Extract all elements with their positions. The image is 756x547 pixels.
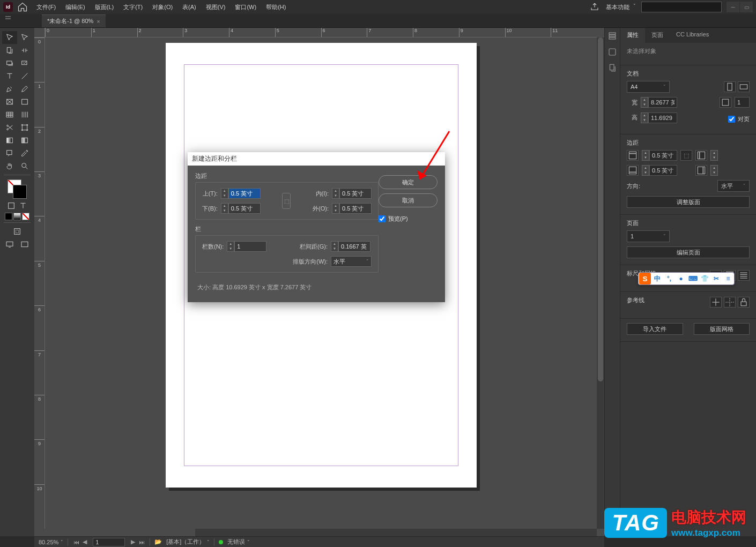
rp-margin-top-stepper[interactable]: ▲▼: [642, 150, 649, 161]
scrollbar-horizontal[interactable]: [195, 529, 597, 536]
tab-handle-icon[interactable]: [5, 16, 11, 26]
profile-dropdown[interactable]: [基本]（工作）: [166, 538, 210, 546]
apply-color-icon[interactable]: [5, 213, 12, 220]
import-file-button[interactable]: 导入文件: [627, 323, 683, 335]
page-number-select[interactable]: 1: [627, 230, 670, 242]
last-page-icon[interactable]: ⏭: [138, 538, 145, 546]
properties-tab[interactable]: 属性: [620, 28, 645, 43]
apply-gradient-icon[interactable]: [13, 213, 21, 220]
workspace-dropdown[interactable]: 基本功能: [604, 2, 637, 12]
ime-lang-toggle[interactable]: 中: [651, 273, 663, 284]
menu-help[interactable]: 帮助(H): [262, 1, 290, 13]
preview-checkbox[interactable]: 预览(P): [379, 215, 438, 223]
pages-tab[interactable]: 页面: [645, 28, 670, 43]
menu-table[interactable]: 表(A): [178, 1, 201, 13]
zoom-tool[interactable]: [17, 160, 32, 173]
smart-guides-icon[interactable]: [724, 297, 736, 308]
grid-tool[interactable]: [17, 108, 32, 121]
page-preset-select[interactable]: A4: [627, 81, 670, 93]
guides-toggle-icon[interactable]: [710, 297, 722, 308]
menu-edit[interactable]: 编辑(E): [61, 1, 90, 13]
menu-window[interactable]: 窗口(W): [231, 1, 261, 13]
page-number-input[interactable]: [93, 538, 125, 546]
rp-margin-bottom-stepper[interactable]: ▲▼: [642, 165, 649, 176]
line-tool[interactable]: [17, 70, 32, 83]
adjust-layout-button[interactable]: 调整版面: [627, 196, 750, 208]
gradient-swatch-tool[interactable]: [2, 134, 17, 147]
inside-margin-input[interactable]: [339, 188, 372, 199]
content-placer-tool[interactable]: [17, 57, 32, 70]
doc-width-input[interactable]: [648, 97, 677, 108]
direct-selection-tool[interactable]: [17, 31, 32, 44]
minimize-button[interactable]: ─: [727, 2, 739, 12]
sogou-logo-icon[interactable]: S: [639, 273, 651, 284]
facing-pages-checkbox[interactable]: 对页: [728, 115, 750, 123]
rectangle-tool[interactable]: [17, 95, 32, 108]
pen-tool[interactable]: [2, 83, 17, 95]
writing-direction-select[interactable]: 水平: [331, 256, 372, 267]
free-transform-tool[interactable]: [17, 121, 32, 134]
hand-tool[interactable]: [2, 160, 17, 173]
type-tool[interactable]: [2, 70, 17, 83]
note-tool[interactable]: [2, 147, 17, 160]
cancel-button[interactable]: 取消: [379, 193, 438, 207]
edit-pages-button[interactable]: 编辑页面: [627, 246, 750, 258]
menu-view[interactable]: 视图(V): [202, 1, 230, 13]
panel-stack-icon[interactable]: [607, 31, 617, 41]
direction-select[interactable]: 水平: [717, 180, 750, 192]
bottom-margin-stepper[interactable]: ▲▼: [221, 203, 228, 214]
menu-layout[interactable]: 版面(L): [91, 1, 118, 13]
lock-guides-icon[interactable]: [738, 297, 750, 308]
rp-margin-top-input[interactable]: [649, 150, 677, 161]
apply-none-icon[interactable]: [22, 213, 29, 220]
home-icon[interactable]: [17, 2, 28, 12]
outside-margin-input[interactable]: [339, 203, 372, 214]
share-icon[interactable]: [590, 2, 599, 12]
panel-cc-icon[interactable]: [607, 47, 617, 57]
bottom-margin-input[interactable]: [228, 203, 261, 214]
baseline-grid-icon[interactable]: [738, 270, 750, 281]
scrollbar-thumb[interactable]: [598, 38, 603, 381]
scrollbar-vertical[interactable]: [597, 38, 604, 529]
ime-keyboard-icon[interactable]: ⌨: [687, 273, 699, 284]
menu-file[interactable]: 文件(F): [32, 1, 60, 13]
doc-height-input[interactable]: [648, 113, 677, 123]
ok-button[interactable]: 确定: [379, 175, 438, 189]
doc-height-stepper[interactable]: ▲▼: [641, 113, 648, 123]
inside-margin-stepper[interactable]: ▲▼: [332, 188, 339, 199]
content-collector-tool[interactable]: [2, 57, 17, 70]
scissors-tool[interactable]: [2, 121, 17, 134]
menu-object[interactable]: 对象(O): [148, 1, 177, 13]
link-margins-icon[interactable]: ⬚: [282, 193, 291, 209]
stroke-color-icon[interactable]: [13, 185, 27, 199]
rectangle-frame-tool[interactable]: [2, 95, 17, 108]
ime-punct-icon[interactable]: °,: [663, 273, 675, 284]
screen-mode-alt-icon[interactable]: [17, 238, 32, 251]
page-tool[interactable]: [2, 44, 17, 57]
screen-mode-icon[interactable]: [2, 238, 17, 251]
document-tab[interactable]: *未命名-1 @ 80% ×: [42, 14, 106, 27]
maximize-button[interactable]: ▭: [740, 2, 753, 12]
layout-grid-button[interactable]: 版面网格: [694, 323, 750, 335]
open-folder-icon[interactable]: 📂: [154, 538, 162, 545]
ime-menu-icon[interactable]: ≡: [722, 273, 734, 284]
top-margin-input[interactable]: [228, 188, 261, 199]
formatting-container-icon[interactable]: [6, 201, 17, 211]
doc-width-stepper[interactable]: ▲▼: [641, 97, 648, 108]
orientation-landscape-icon[interactable]: [738, 81, 750, 92]
errors-dropdown[interactable]: 无错误: [227, 538, 250, 546]
zoom-dropdown[interactable]: 80.25%: [39, 539, 63, 545]
column-count-stepper[interactable]: ▲▼: [227, 241, 234, 252]
gap-tool[interactable]: [17, 44, 32, 57]
gutter-input[interactable]: [338, 241, 370, 252]
ime-voice-icon[interactable]: ●: [675, 273, 687, 284]
first-page-icon[interactable]: ⏮: [72, 538, 80, 546]
units-icon[interactable]: [720, 97, 731, 108]
top-margin-stepper[interactable]: ▲▼: [221, 188, 228, 199]
fill-stroke-swatch[interactable]: [8, 179, 27, 199]
outside-margin-stepper[interactable]: ▲▼: [332, 203, 339, 214]
formatting-text-icon[interactable]: [18, 201, 28, 211]
pencil-tool[interactable]: [17, 83, 32, 95]
units-input[interactable]: [735, 97, 750, 108]
view-mode-normal[interactable]: [10, 225, 25, 238]
